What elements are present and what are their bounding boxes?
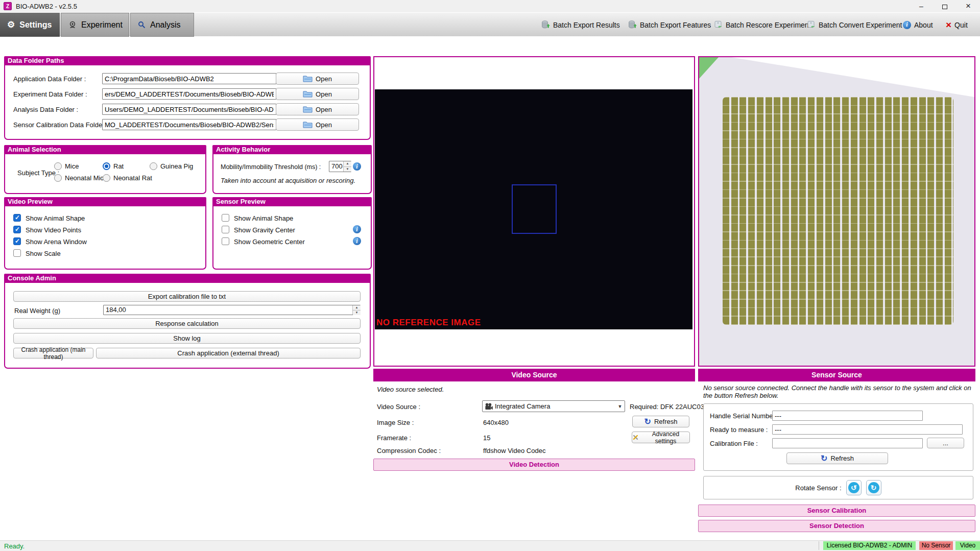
rotate-clockwise-button[interactable]: ↻ <box>866 480 881 495</box>
spin-down-icon[interactable]: ▼ <box>353 310 361 315</box>
sensor-preview-area <box>698 56 975 367</box>
batch-export-results-button[interactable]: Batch Export Results <box>541 13 620 37</box>
sensor-calibration-data-folder-input[interactable] <box>102 119 276 130</box>
export-calibration-button[interactable]: Export calibration file to txt <box>13 291 361 302</box>
close-icon: × <box>966 1 971 11</box>
radio-guinea-pig[interactable] <box>150 162 157 170</box>
handle-serial-number-input[interactable] <box>772 411 923 421</box>
application-data-folder-input[interactable] <box>102 73 276 84</box>
video-refresh-label: Refresh <box>654 418 678 425</box>
batch-convert-experiment-label: Batch Convert Experiment <box>819 21 902 29</box>
checkbox-show-gravity-center-label[interactable]: Show Gravity Center <box>234 226 295 234</box>
close-button[interactable]: × <box>957 0 980 12</box>
checkbox-show-scale[interactable] <box>13 249 21 257</box>
about-button[interactable]: i About <box>903 13 933 37</box>
sensor-refresh-button[interactable]: ↻ Refresh <box>786 452 888 464</box>
animal-selection-title: Animal Selection <box>4 145 206 154</box>
info-icon[interactable]: i <box>353 162 361 171</box>
sensor-calibration-data-folder-open-button[interactable]: Open <box>276 118 359 131</box>
tab-analysis[interactable]: Analysis <box>130 13 194 37</box>
spin-up-icon[interactable]: ▲ <box>344 161 351 167</box>
checkbox-show-animal-shape-label[interactable]: Show Animal Shape <box>26 214 85 222</box>
real-weight-spinbox[interactable]: 184,00 <box>103 305 361 315</box>
radio-rat-label[interactable]: Rat <box>113 162 124 170</box>
status-separator <box>819 541 819 550</box>
radio-mice-label[interactable]: Mice <box>65 162 79 170</box>
experiment-data-folder-input[interactable] <box>102 88 276 100</box>
sensor-calibration-data-folder-label: Sensor Calibration Data Folder : <box>13 121 108 129</box>
checkbox-sensor-show-animal-shape[interactable] <box>222 214 229 222</box>
advanced-settings-button[interactable]: Advanced settings <box>632 432 690 443</box>
spin-down-icon[interactable]: ▼ <box>344 167 351 172</box>
spin-up-icon[interactable]: ▲ <box>353 305 361 310</box>
console-admin-body: Export calibration file to txt Real Weig… <box>4 283 371 369</box>
radio-neonatal-rat[interactable] <box>103 174 110 182</box>
minimize-button[interactable]: – <box>910 0 933 12</box>
sensor-detection-bar[interactable]: Sensor Detection <box>698 520 975 532</box>
crash-external-thread-button[interactable]: Crash application (external thread) <box>96 348 361 358</box>
ready-to-measure-input[interactable] <box>772 424 963 435</box>
checkbox-show-video-points[interactable] <box>13 226 21 233</box>
activity-behavior-note: Taken into account at acquisition or res… <box>221 177 355 184</box>
show-log-button[interactable]: Show log <box>13 333 361 344</box>
image-size-label: Image Size : <box>377 419 414 426</box>
checkbox-show-geometric-center[interactable] <box>222 237 229 245</box>
framerate-value: 15 <box>483 434 490 442</box>
convert-arrow-icon <box>807 20 816 29</box>
batch-rescore-experiment-button[interactable]: Batch Rescore Experiment <box>714 13 811 37</box>
tab-settings[interactable]: ⚙ Settings <box>0 13 60 37</box>
checkbox-show-geometric-center-label[interactable]: Show Geometric Center <box>234 238 305 246</box>
quit-button[interactable]: × Quit <box>946 13 968 37</box>
video-refresh-button[interactable]: ↻ Refresh <box>632 416 689 427</box>
sensor-calibration-bar[interactable]: Sensor Calibration <box>698 505 975 517</box>
application-data-folder-open-button[interactable]: Open <box>276 73 359 85</box>
radio-neonatal-rat-label[interactable]: Neonatal Rat <box>113 174 152 182</box>
video-source-dropdown[interactable]: Integrated Camera ▼ <box>482 400 625 412</box>
checkbox-show-arena-window-label[interactable]: Show Arena Window <box>26 238 87 246</box>
checkbox-show-scale-label[interactable]: Show Scale <box>26 250 61 257</box>
video-detection-bar[interactable]: Video Detection <box>373 459 695 471</box>
no-reference-overlay: NO REFERENCE IMAGE <box>376 318 481 328</box>
sensor-preview-body: Show Animal Shape Show Gravity Center i … <box>212 206 372 270</box>
info-icon[interactable]: i <box>353 237 361 245</box>
rotate-counterclockwise-button[interactable]: ↺ <box>846 480 862 495</box>
info-icon[interactable]: i <box>353 225 361 233</box>
status-ready-text: Ready. <box>4 542 25 550</box>
sensor-origin-marker <box>699 57 719 79</box>
batch-convert-experiment-button[interactable]: Batch Convert Experiment <box>807 13 902 37</box>
video-source-status: Video source selected. <box>377 386 444 393</box>
real-weight-label: Real Weight (g) <box>14 307 60 315</box>
video-status-badge: Video OK <box>955 541 980 550</box>
database-export-icon <box>628 20 637 29</box>
video-preview-panel: Video Preview Show Animal Shape Show Vid… <box>4 197 206 270</box>
advanced-settings-label: Advanced settings <box>642 430 689 445</box>
maximize-button[interactable] <box>933 0 957 12</box>
calibration-file-browse-button[interactable]: ... <box>927 438 964 448</box>
rotate-ccw-icon: ↺ <box>848 482 859 493</box>
response-calculation-button[interactable]: Response calculation <box>13 318 361 329</box>
analysis-data-folder-input[interactable] <box>102 104 276 115</box>
rotate-sensor-label: Rotate Sensor : <box>795 484 841 492</box>
handle-serial-number-label: Handle Serial Number : <box>710 412 779 420</box>
checkbox-sensor-show-animal-shape-label[interactable]: Show Animal Shape <box>234 214 293 222</box>
crash-main-thread-button[interactable]: Crash application (main thread) <box>13 348 93 358</box>
radio-guinea-pig-label[interactable]: Guinea Pig <box>160 162 193 170</box>
radio-neonatal-mice-label[interactable]: Neonatal Mice <box>65 174 107 182</box>
experiment-data-folder-open-button[interactable]: Open <box>276 88 359 100</box>
open-folder-icon <box>303 106 313 113</box>
ready-to-measure-label: Ready to measure : <box>710 426 768 434</box>
checkbox-show-gravity-center[interactable] <box>222 226 229 233</box>
tab-experiment[interactable]: Experiment <box>61 13 129 37</box>
calibration-file-input[interactable] <box>772 438 923 448</box>
analysis-data-folder-open-button[interactable]: Open <box>276 103 359 115</box>
radio-mice[interactable] <box>54 162 62 170</box>
radio-neonatal-mice[interactable] <box>54 174 62 182</box>
checkbox-show-arena-window[interactable] <box>13 237 21 245</box>
checkbox-show-animal-shape[interactable] <box>13 214 21 222</box>
real-weight-spinner[interactable]: ▲▼ <box>352 305 361 315</box>
radio-rat[interactable] <box>103 162 110 170</box>
mobility-threshold-spinner[interactable]: ▲▼ <box>343 161 351 172</box>
batch-export-features-button[interactable]: Batch Export Features <box>628 13 711 37</box>
mobility-threshold-label: Mobility/Immobility Threshold (ms) : <box>221 163 321 171</box>
checkbox-show-video-points-label[interactable]: Show Video Points <box>26 226 81 234</box>
